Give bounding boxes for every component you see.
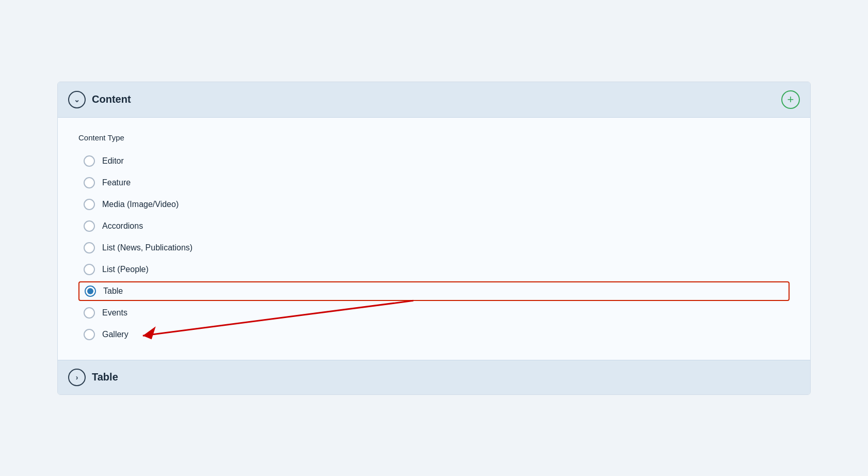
radio-label-feature: Feature bbox=[102, 178, 131, 187]
radio-item-gallery[interactable]: Gallery bbox=[78, 325, 790, 344]
collapse-button[interactable]: ⌄ bbox=[68, 91, 86, 108]
expand-table-button[interactable]: › bbox=[68, 369, 86, 386]
radio-circle-list-people bbox=[84, 264, 95, 275]
radio-label-editor: Editor bbox=[102, 156, 124, 166]
table-section-title: Table bbox=[92, 371, 118, 383]
radio-circle-events bbox=[84, 307, 95, 319]
radio-label-list-news: List (News, Publications) bbox=[102, 243, 192, 252]
radio-item-table[interactable]: Table bbox=[78, 281, 790, 301]
radio-circle-gallery bbox=[84, 329, 95, 340]
main-panel: ⌄ Content + Content Type Editor Feature … bbox=[57, 82, 811, 395]
content-body: Content Type Editor Feature Media (Image… bbox=[58, 118, 810, 360]
radio-item-events[interactable]: Events bbox=[78, 303, 790, 323]
header-left: ⌄ Content bbox=[68, 91, 131, 108]
add-button[interactable]: + bbox=[781, 90, 800, 109]
radio-label-list-people: List (People) bbox=[102, 265, 149, 274]
radio-label-gallery: Gallery bbox=[102, 330, 128, 339]
radio-item-feature[interactable]: Feature bbox=[78, 173, 790, 193]
radio-item-media[interactable]: Media (Image/Video) bbox=[78, 195, 790, 214]
radio-label-events: Events bbox=[102, 308, 127, 318]
content-type-label: Content Type bbox=[78, 133, 790, 142]
section-title: Content bbox=[92, 93, 131, 105]
radio-item-list-people[interactable]: List (People) bbox=[78, 260, 790, 279]
radio-circle-feature bbox=[84, 177, 95, 188]
radio-label-media: Media (Image/Video) bbox=[102, 200, 179, 209]
table-section-header: › Table bbox=[58, 360, 810, 394]
radio-circle-list-news bbox=[84, 242, 95, 253]
radio-item-editor[interactable]: Editor bbox=[78, 151, 790, 171]
radio-item-accordions[interactable]: Accordions bbox=[78, 216, 790, 236]
radio-label-accordions: Accordions bbox=[102, 221, 143, 231]
radio-item-list-news[interactable]: List (News, Publications) bbox=[78, 238, 790, 258]
radio-circle-table bbox=[85, 285, 96, 297]
content-section-header: ⌄ Content + bbox=[58, 82, 810, 118]
radio-label-table: Table bbox=[103, 287, 123, 296]
radio-circle-media bbox=[84, 199, 95, 210]
radio-circle-accordions bbox=[84, 220, 95, 232]
radio-list: Editor Feature Media (Image/Video) Accor… bbox=[78, 151, 790, 344]
radio-circle-editor bbox=[84, 155, 95, 167]
